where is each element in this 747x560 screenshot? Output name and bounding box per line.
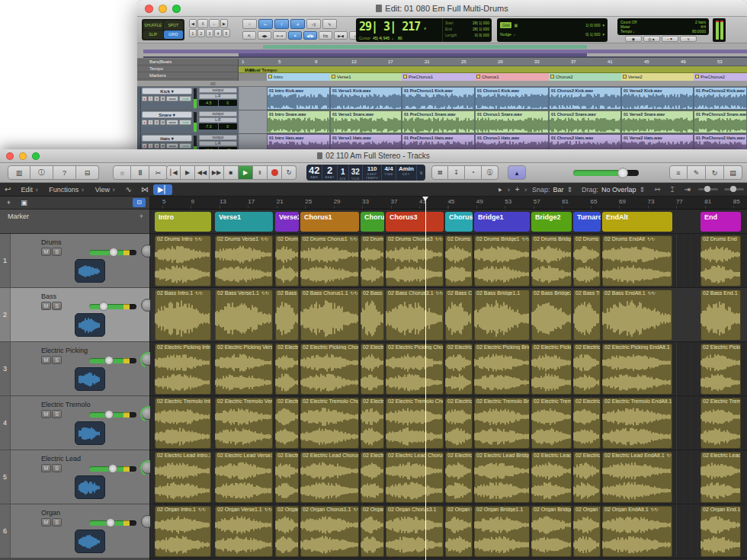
audio-region[interactable]: 02 Bass End.1 xyxy=(701,290,741,341)
scrub-tool-icon[interactable]: ◁) xyxy=(306,19,321,29)
rewind-button[interactable]: ◀◀ xyxy=(195,165,210,180)
audio-region[interactable]: 02 Electric Picking Bridge2.1 xyxy=(531,344,572,395)
edit-menu[interactable]: Edit∨ xyxy=(15,183,43,196)
pt-track-lane[interactable]: 01 Intro Snare.wav01 Verse1 Snare.wav01 … xyxy=(239,110,747,133)
flex-icon[interactable]: ⋈ xyxy=(136,185,153,194)
record-arm-button[interactable]: ● xyxy=(142,96,147,101)
solo-button[interactable]: S xyxy=(52,518,62,526)
selector-tool-icon[interactable]: I xyxy=(274,19,289,29)
volume-fader[interactable] xyxy=(89,412,136,418)
pt-titlebar[interactable]: Edit: 01 080 Em Full Multi-Drums xyxy=(137,0,747,17)
secondary-tool-icon[interactable]: + xyxy=(511,185,524,194)
library-icon[interactable]: ▥ xyxy=(8,165,30,180)
song-marker[interactable]: Chorus2 xyxy=(549,73,621,81)
audio-region[interactable]: 02 Organ Chorus4.1 xyxy=(445,506,473,557)
audio-clip[interactable]: 01 Intro Hats.wav xyxy=(267,134,330,149)
slip-mode-button[interactable]: SLIP xyxy=(143,30,163,40)
audio-region[interactable]: 02 Bass Verse1.1↻↻ xyxy=(215,290,273,341)
mute-button[interactable]: M xyxy=(160,143,165,149)
song-marker[interactable]: PreChorus2 xyxy=(694,73,747,81)
track-lane[interactable]: 02 Electric Tremolo Intro.102 Electric T… xyxy=(150,396,747,450)
audio-clip[interactable]: 01 Chorus1 Hats.wav xyxy=(475,134,549,149)
solo-button[interactable]: S xyxy=(154,96,159,101)
audio-clip[interactable]: 01 PreChorus1 Snare.wav xyxy=(402,110,475,133)
input-selector[interactable]: noinput xyxy=(199,111,237,117)
solo-button[interactable]: S xyxy=(154,120,159,125)
audio-region[interactable]: 02 Electric Tremolo Intro.1 xyxy=(155,398,211,449)
song-marker[interactable]: Chorus1 xyxy=(475,73,549,81)
audio-region[interactable]: 02 Drums Turnaround xyxy=(573,235,601,286)
zoom-preset-4[interactable]: 4 xyxy=(214,29,222,37)
solo-button[interactable]: S xyxy=(154,143,159,149)
audio-clip[interactable]: 01 PreChorus1 Kick.wav xyxy=(402,87,475,110)
audio-region[interactable]: 02 Electric Tremolo Chorus1.1 xyxy=(300,398,359,449)
arrangement-section[interactable]: Verse1 xyxy=(215,212,273,232)
pt-universe-view[interactable] xyxy=(137,43,747,59)
mute-button[interactable]: M xyxy=(41,356,51,364)
audio-region[interactable]: 02 Bass Turnaround.1 xyxy=(573,290,601,341)
pt-track-header[interactable]: Hats ▾●ISMwavereadnoinputL-R-10.3+35 xyxy=(137,134,239,149)
catch-playhead-icon[interactable]: ▶⎢ xyxy=(153,184,172,195)
audio-region[interactable]: 02 Electric Tremolo Verse2.1 xyxy=(275,398,299,449)
bar-ruler[interactable]: 5913172125293337414549535761656973778185 xyxy=(150,197,747,210)
audio-region[interactable]: 02 Electric Picking Verse2.1 xyxy=(275,344,299,395)
audio-region[interactable]: 02 Electric Tremolo EndAlt.1↻↻ xyxy=(602,398,672,449)
audio-clip[interactable]: 01 Verse2 Kick.wav xyxy=(621,87,694,110)
loop-browser-icon[interactable]: ↻ xyxy=(706,165,724,180)
track-view-selector[interactable]: wave xyxy=(166,143,178,149)
mute-button[interactable]: M xyxy=(41,518,51,526)
arrangement-section[interactable]: EndAlt xyxy=(602,212,672,232)
fader-thumb[interactable] xyxy=(99,302,108,311)
zoom-preset-5[interactable]: 5 xyxy=(223,29,230,37)
audio-region[interactable]: 02 Drums End xyxy=(701,235,741,286)
media-browser-icon[interactable]: ▤ xyxy=(724,165,742,180)
audio-region[interactable]: 02 Electric Lead EndAlt.1↻↻ xyxy=(602,452,672,503)
shuffle-mode-button[interactable]: SHUFFLE xyxy=(143,21,163,30)
audio-region[interactable]: 02 Drums Verse1↻↻ xyxy=(215,235,273,286)
list-editors-icon[interactable]: ≡ xyxy=(669,165,688,180)
trim-tool-icon[interactable]: ⊢ xyxy=(258,19,273,29)
lcd-chevron-icon[interactable]: ∨ xyxy=(417,165,425,181)
automation-icon[interactable]: ∿ xyxy=(121,185,136,194)
input-selector[interactable]: noinput xyxy=(199,135,237,140)
automation-mode-button[interactable]: read xyxy=(179,120,191,125)
fader-thumb[interactable] xyxy=(109,248,118,257)
audio-region[interactable]: 02 Electric Picking Verse1.1 xyxy=(215,344,273,395)
track-name[interactable]: Kick ▾ xyxy=(142,88,192,94)
audio-region[interactable]: 02 Organ Intro.1↻↻ xyxy=(155,506,211,557)
audio-region[interactable]: 02 Electric Tremolo Chorus2.1 xyxy=(361,398,384,449)
track-header[interactable]: 2BassMS xyxy=(0,288,149,342)
arrangement-section[interactable]: Chorus4 xyxy=(445,212,473,232)
audio-region[interactable]: 02 Electric Tremolo Bridge2.1 xyxy=(531,398,572,449)
audio-clip[interactable]: 01 Intro Kick.wav xyxy=(267,87,330,110)
audio-clip[interactable]: 01 Verse1 Hats.wav xyxy=(330,134,402,149)
count-in-icon[interactable]: ◎▲ xyxy=(643,36,660,42)
stop-button[interactable]: ■ xyxy=(224,165,239,180)
mute-button[interactable]: M xyxy=(160,96,165,101)
audio-region[interactable]: 02 Electric Picking Chorus1.1 xyxy=(300,344,359,395)
lg-lcd-display[interactable]: 42BAR 2BEAT 1DIV 32TICK 110KEEP TEMPO 4/… xyxy=(306,165,425,181)
solo-button[interactable]: S xyxy=(52,356,62,364)
track-name[interactable]: Bass xyxy=(41,293,56,300)
volume-readout[interactable]: -4.5 xyxy=(199,100,218,106)
audio-region[interactable]: 02 Drums Verse2 xyxy=(275,235,299,286)
pt-countoff-box[interactable]: Count Off2 bars Meter4/4 Tempo ♩80.0000 xyxy=(617,18,709,35)
arrangement-section[interactable]: Turnaround xyxy=(573,212,601,232)
spot-mode-button[interactable]: SPOT xyxy=(164,21,184,30)
audio-region[interactable]: 02 Electric Picking Turnaround.1 xyxy=(573,344,601,395)
zoom-preset-3[interactable]: 3 xyxy=(206,29,213,37)
playhead[interactable] xyxy=(425,197,426,560)
audio-clip[interactable]: 01 Intro Snare.wav xyxy=(267,110,330,133)
volume-fader[interactable] xyxy=(89,520,136,526)
add-track-button[interactable]: + xyxy=(3,198,14,207)
midi-thru-icon[interactable]: ↩ xyxy=(0,185,15,194)
mute-button[interactable]: M xyxy=(41,464,51,472)
volume-fader[interactable] xyxy=(89,358,136,363)
fader-thumb[interactable] xyxy=(106,518,115,527)
pt-track-header[interactable]: Snare ▾●ISMwavereadnoinputL-R-7.30 xyxy=(137,110,239,133)
pan-readout[interactable]: 0 xyxy=(219,123,238,130)
mute-button[interactable]: M xyxy=(160,120,165,125)
audio-clip[interactable]: 01 Verse1 Kick.wav xyxy=(330,87,402,110)
audio-region[interactable]: 02 Electric Lead Bridge2.1 xyxy=(531,452,572,503)
zoom-toggle-icon[interactable]: ⇱ xyxy=(242,31,256,40)
